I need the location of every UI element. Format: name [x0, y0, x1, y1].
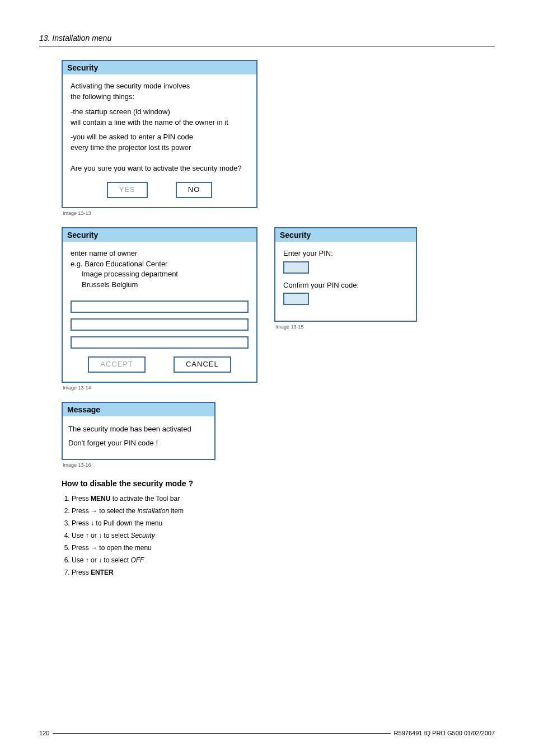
step-text: Use ↑ or ↓ to select [72, 556, 130, 564]
list-item: Press ENTER [72, 566, 495, 579]
cancel-button[interactable]: CANCEL [174, 356, 231, 373]
dialog-title: Security [63, 61, 256, 74]
enter-pin-label: Enter your PIN: [283, 248, 408, 259]
dialog-text: Don't forget your PIN code ! [68, 438, 209, 449]
dialog-text: -you will be asked to enter a PIN code [71, 133, 193, 141]
step-text: to activate the Tool bar [110, 495, 180, 503]
confirm-pin-label: Confirm your PIN code: [283, 280, 408, 291]
dialog-text: Activating the security mode involves [71, 82, 190, 90]
no-button[interactable]: NO [176, 182, 213, 198]
owner-line-3-input[interactable] [71, 336, 249, 349]
step-text: item [169, 507, 184, 515]
image-caption: Image 13-14 [63, 385, 257, 391]
list-item: Press MENU to activate the Tool bar [72, 492, 495, 505]
dialog-text: the following things: [71, 92, 134, 101]
pin-confirm-input[interactable] [283, 293, 309, 305]
message-dialog: Message The security mode has been activ… [62, 402, 216, 460]
step-text: Press → to select the [72, 507, 137, 515]
step-text: Use ↑ or ↓ to select [72, 532, 130, 539]
step-italic: installation [137, 507, 169, 515]
header-rule [39, 46, 495, 46]
page-number: 120 [39, 730, 53, 736]
step-bold: MENU [91, 495, 110, 503]
list-item: Press → to open the menu [72, 542, 495, 554]
security-owner-dialog: Security enter name of owner e.g. Barco … [62, 227, 257, 383]
howto-heading: How to disable the security mode ? [62, 479, 495, 488]
list-item: Use ↑ or ↓ to select OFF [72, 554, 495, 566]
image-caption: Image 13-13 [63, 210, 495, 216]
dialog-text: The security mode has been activated [68, 424, 209, 435]
security-activate-dialog: Security Activating the security mode in… [62, 60, 257, 208]
list-item: Press ↓ to Pull down the menu [72, 517, 495, 529]
image-caption: Image 13-16 [63, 462, 495, 468]
dialog-text: -the startup screen (id window) [71, 107, 170, 116]
yes-button[interactable]: YES [107, 182, 148, 198]
howto-steps: Press MENU to activate the Tool bar Pres… [62, 492, 495, 579]
dialog-text: every time the projector lost its power [71, 143, 191, 152]
pin-input[interactable] [283, 261, 309, 274]
step-italic: Security [130, 532, 154, 539]
dialog-text: e.g. Barco Educational Center [71, 259, 249, 270]
list-item: Press → to select the installation item [72, 505, 495, 517]
security-pin-dialog: Security Enter your PIN: Confirm your PI… [274, 227, 417, 322]
dialog-title: Message [63, 403, 214, 416]
dialog-text: Brussels Belgium [82, 280, 249, 290]
step-text: Press [72, 569, 91, 576]
dialog-text: enter name of owner [71, 248, 249, 259]
confirm-question: Are you sure you want to activate the se… [71, 163, 249, 174]
accept-button[interactable]: ACCEPT [88, 356, 146, 373]
doc-reference: R5976491 IQ PRO G500 01/02/2007 [391, 730, 495, 736]
image-caption: Image 13-15 [275, 324, 417, 330]
list-item: Use ↑ or ↓ to select Security [72, 529, 495, 542]
step-bold: ENTER [91, 569, 114, 576]
footer-rule: 120 R5976491 IQ PRO G500 01/02/2007 [39, 733, 495, 734]
owner-line-1-input[interactable] [71, 300, 249, 313]
step-text: Press [72, 495, 91, 503]
owner-line-2-input[interactable] [71, 318, 249, 331]
dialog-title: Security [275, 228, 416, 242]
dialog-text: will contain a line with the name of the… [71, 118, 228, 126]
dialog-title: Security [63, 228, 256, 242]
section-header: 13. Installation menu [39, 34, 495, 43]
dialog-text: Image processing department [82, 269, 249, 280]
step-italic: OFF [130, 556, 144, 564]
